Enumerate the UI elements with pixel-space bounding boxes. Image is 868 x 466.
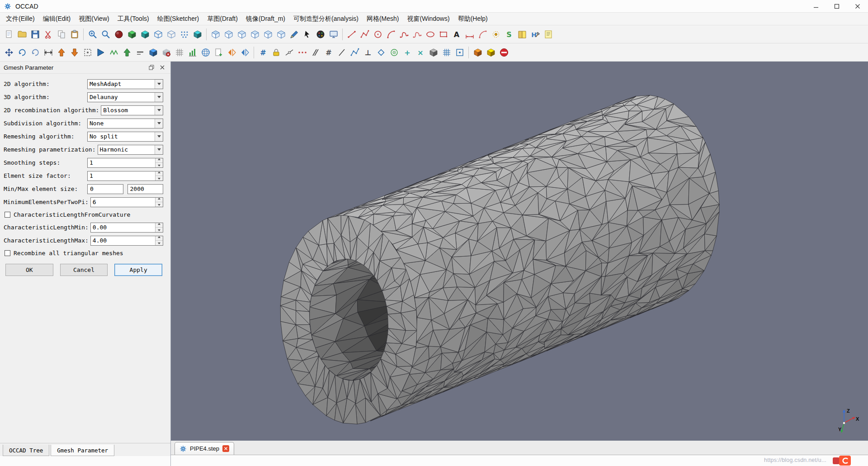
document-tab-close-icon[interactable] bbox=[222, 445, 229, 452]
draw-bezier-icon[interactable] bbox=[410, 28, 424, 41]
maximize-button[interactable] bbox=[826, 0, 847, 12]
table-icon[interactable] bbox=[173, 46, 186, 59]
draw-arc-icon[interactable] bbox=[384, 28, 397, 41]
move-up-icon[interactable] bbox=[55, 46, 68, 59]
cut-icon[interactable] bbox=[42, 28, 55, 41]
element-size-factor-spin-down-icon[interactable] bbox=[156, 176, 163, 181]
remeshing-algorithm-dropdown-arrow-icon[interactable] bbox=[155, 132, 163, 141]
draw-text-icon[interactable]: A bbox=[450, 28, 463, 41]
draw-spline-icon[interactable] bbox=[397, 28, 410, 41]
menu-item-sketcher[interactable]: 绘图(Sketcher) bbox=[153, 14, 203, 24]
draw-point-icon[interactable] bbox=[489, 28, 502, 41]
shaded-view-icon[interactable] bbox=[138, 28, 151, 41]
remeshing-parametrization-combo[interactable]: Harmonic bbox=[98, 145, 164, 155]
characteristic-length-from-curvature-checkbox[interactable] bbox=[5, 212, 10, 218]
stop-operation-icon[interactable] bbox=[497, 46, 510, 59]
toolkit-icon[interactable]: H bbox=[528, 28, 542, 41]
min-max-element-size-max-input[interactable]: 2000 bbox=[127, 184, 164, 194]
view-isometric-icon[interactable] bbox=[209, 28, 222, 41]
remeshing-parametrization-dropdown-arrow-icon[interactable] bbox=[155, 145, 163, 154]
view-left-icon[interactable] bbox=[261, 28, 274, 41]
rotate-left-icon[interactable] bbox=[15, 46, 28, 59]
characteristic-length-max-spin-up-icon[interactable] bbox=[156, 236, 163, 241]
save-file-icon[interactable] bbox=[28, 28, 42, 41]
menu-item-draft-m[interactable]: 镜像(Draft_m) bbox=[242, 14, 289, 24]
3d-viewport[interactable]: Z X Y bbox=[171, 62, 868, 441]
color-palette-icon[interactable] bbox=[314, 28, 327, 41]
draw-rectangle-icon[interactable] bbox=[437, 28, 450, 41]
menu-item-tools[interactable]: 工具(Tools) bbox=[113, 14, 153, 24]
view-bottom-icon[interactable] bbox=[274, 28, 288, 41]
snap-grid2-icon[interactable]: # bbox=[322, 46, 335, 59]
snap-endpoint-icon[interactable] bbox=[283, 46, 296, 59]
sphere-mesh-icon[interactable] bbox=[199, 46, 212, 59]
snap-parallel-icon[interactable] bbox=[309, 46, 322, 59]
snap-perpendicular-icon[interactable]: ⊥ bbox=[361, 46, 374, 59]
draw-polyline-icon[interactable] bbox=[358, 28, 371, 41]
move-down-icon[interactable] bbox=[68, 46, 81, 59]
snap-lock-icon[interactable] bbox=[269, 46, 283, 59]
dimension-grid-icon[interactable] bbox=[440, 46, 453, 59]
minimum-elements-per-two-pi-spin-up-icon[interactable] bbox=[156, 198, 163, 202]
minimum-elements-per-two-pi-spinbox[interactable]: 6 bbox=[90, 197, 163, 207]
solid-view-icon[interactable] bbox=[125, 28, 138, 41]
recombine-all-triangular-meshes-checkbox[interactable] bbox=[5, 250, 10, 256]
working-plane-icon[interactable] bbox=[427, 46, 440, 59]
cube-tool-icon[interactable] bbox=[146, 46, 160, 59]
mesh-view-icon[interactable] bbox=[191, 28, 204, 41]
select-arrow-icon[interactable] bbox=[301, 28, 314, 41]
menu-item-analysis[interactable]: 可制造型分析(analysis) bbox=[289, 14, 363, 24]
draw-circle-icon[interactable] bbox=[371, 28, 384, 41]
algorithm-2d-dropdown-arrow-icon[interactable] bbox=[155, 80, 163, 89]
menu-item-file[interactable]: 文件(Eille) bbox=[2, 14, 39, 24]
evaluate-mesh-icon[interactable] bbox=[186, 46, 199, 59]
characteristic-length-min-spin-down-icon[interactable] bbox=[156, 227, 163, 232]
float-panel-button[interactable] bbox=[147, 63, 156, 72]
shaded-sphere-icon[interactable] bbox=[112, 28, 125, 41]
characteristic-length-min-spinbox[interactable]: 0.00 bbox=[90, 223, 163, 233]
snap-special-icon[interactable] bbox=[374, 46, 387, 59]
snap-angle-icon[interactable] bbox=[348, 46, 361, 59]
rotate-right-icon[interactable] bbox=[28, 46, 42, 59]
snap-intersection-icon[interactable]: + bbox=[401, 46, 414, 59]
apply-button[interactable]: Apply bbox=[114, 264, 162, 276]
copy-icon[interactable] bbox=[55, 28, 68, 41]
snap-midpoint-icon[interactable] bbox=[296, 46, 309, 59]
section-cut-icon[interactable] bbox=[288, 28, 301, 41]
view-right-icon[interactable] bbox=[248, 28, 261, 41]
dimension-icon[interactable] bbox=[463, 28, 476, 41]
algorithm-3d-dropdown-arrow-icon[interactable] bbox=[155, 93, 163, 102]
snapshot-icon[interactable] bbox=[327, 28, 340, 41]
menu-item-view[interactable]: 视图(View) bbox=[75, 14, 113, 24]
zoom-icon[interactable] bbox=[99, 28, 112, 41]
sketch-sheet-icon[interactable] bbox=[515, 28, 528, 41]
menu-item-mesh[interactable]: 网格(Mesh) bbox=[363, 14, 403, 24]
occad-tree-tab[interactable]: OCCAD Tree bbox=[3, 445, 49, 456]
close-panel-button[interactable] bbox=[158, 63, 167, 72]
fit-selection-icon[interactable] bbox=[81, 46, 94, 59]
smoothing-steps-spinbox[interactable]: 1 bbox=[87, 158, 163, 168]
ok-button[interactable]: OK bbox=[5, 264, 53, 276]
ruled-surface-icon[interactable] bbox=[107, 46, 120, 59]
new-file-icon[interactable] bbox=[2, 28, 15, 41]
flip-normals-icon[interactable] bbox=[238, 46, 251, 59]
smoothing-steps-spin-down-icon[interactable] bbox=[156, 162, 163, 167]
mesh-from-shape-icon[interactable] bbox=[160, 46, 173, 59]
gmesh-parameter-tab[interactable]: Gmesh Parameter bbox=[51, 445, 114, 456]
mirror-icon[interactable] bbox=[94, 46, 107, 59]
toggle-grid-icon[interactable] bbox=[453, 46, 466, 59]
stretch-icon[interactable] bbox=[42, 46, 55, 59]
mesh-import-icon[interactable] bbox=[484, 46, 497, 59]
hidden-line-view-icon[interactable] bbox=[165, 28, 178, 41]
menu-item-draft[interactable]: 草图(Draft) bbox=[203, 14, 242, 24]
min-max-element-size-min-input[interactable]: 0 bbox=[87, 184, 123, 194]
recombination-2d-combo[interactable]: Blossom bbox=[101, 105, 163, 115]
annotation-icon[interactable] bbox=[542, 28, 555, 41]
cancel-button[interactable]: Cancel bbox=[60, 264, 108, 276]
element-size-factor-spin-up-icon[interactable] bbox=[156, 171, 163, 176]
minimum-elements-per-two-pi-spin-down-icon[interactable] bbox=[156, 202, 163, 207]
characteristic-length-max-spin-down-icon[interactable] bbox=[156, 240, 163, 245]
pan-icon[interactable] bbox=[2, 46, 15, 59]
zoom-fit-icon[interactable] bbox=[86, 28, 99, 41]
add-document-icon[interactable] bbox=[212, 46, 225, 59]
